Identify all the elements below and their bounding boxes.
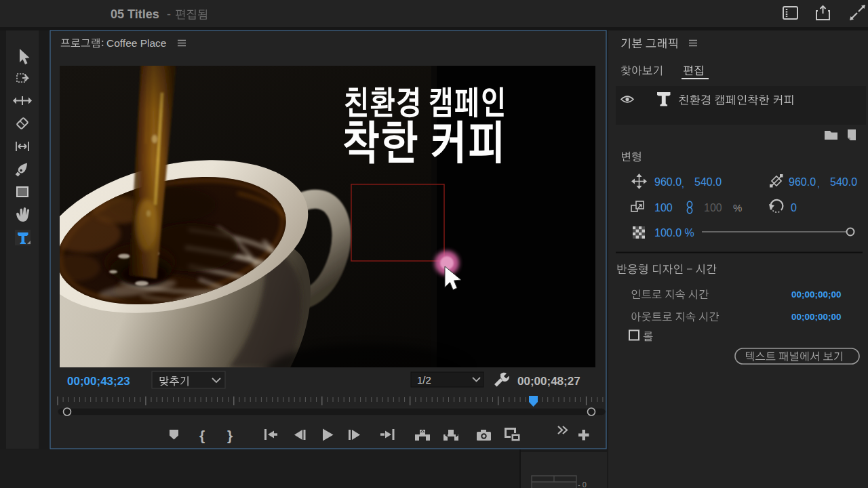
svg-text:,: ,: [682, 178, 684, 189]
svg-text:,: ,: [817, 178, 820, 189]
svg-text:100: 100: [654, 202, 673, 214]
svg-text:960.0: 960.0: [789, 176, 816, 188]
svg-text:100: 100: [704, 202, 722, 214]
svg-text:0: 0: [791, 202, 797, 214]
svg-text:540.0: 540.0: [694, 176, 722, 188]
svg-text:-: -: [167, 7, 171, 21]
svg-text:00;00;00;00: 00;00;00;00: [791, 289, 842, 300]
svg-text:960.0: 960.0: [654, 176, 682, 188]
svg-text:}: }: [227, 428, 233, 443]
svg-text:%: %: [733, 202, 742, 214]
svg-text:00;00;48;27: 00;00;48;27: [517, 375, 580, 388]
svg-text:100.0 %: 100.0 %: [654, 227, 694, 239]
svg-text:00;00;43;23: 00;00;43;23: [67, 375, 130, 388]
svg-text:{: {: [199, 428, 205, 443]
svg-text:05 Titles: 05 Titles: [111, 7, 159, 21]
svg-text:- 0: - 0: [578, 481, 587, 488]
svg-text:Coffee Place: Coffee Place: [106, 37, 166, 49]
svg-text:00;00;00;00: 00;00;00;00: [791, 312, 842, 322]
svg-text:1/2: 1/2: [417, 374, 431, 386]
svg-text:540.0: 540.0: [830, 176, 857, 188]
